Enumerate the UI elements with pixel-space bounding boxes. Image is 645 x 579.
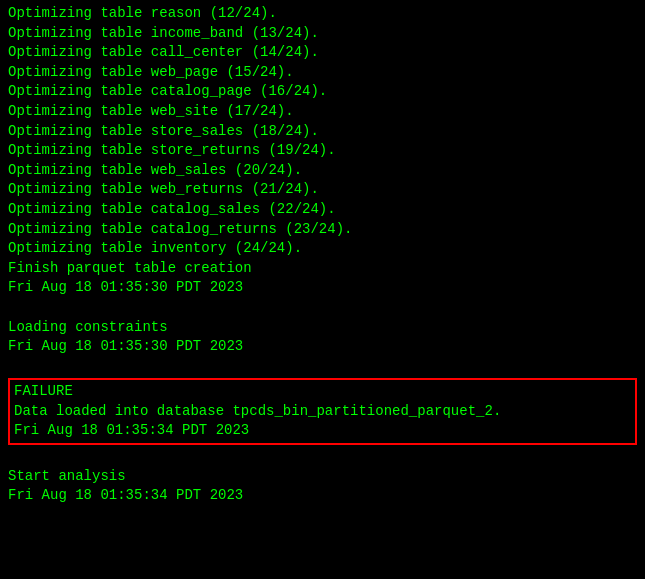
terminal-line: Start analysis bbox=[8, 467, 637, 487]
terminal-line: Optimizing table inventory (24/24). bbox=[8, 239, 637, 259]
terminal-line: Optimizing table reason (12/24). bbox=[8, 4, 637, 24]
terminal-line: Optimizing table web_sales (20/24). bbox=[8, 161, 637, 181]
terminal-line: Optimizing table catalog_returns (23/24)… bbox=[8, 220, 637, 240]
terminal-line: Fri Aug 18 01:35:30 PDT 2023 bbox=[8, 278, 637, 298]
terminal-line: Fri Aug 18 01:35:30 PDT 2023 bbox=[8, 337, 637, 357]
terminal-line: Finish parquet table creation bbox=[8, 259, 637, 279]
terminal-line: Optimizing table catalog_sales (22/24). bbox=[8, 200, 637, 220]
terminal-line: Optimizing table call_center (14/24). bbox=[8, 43, 637, 63]
failure-box: FAILURE Data loaded into database tpcds_… bbox=[8, 378, 637, 445]
terminal-line: Optimizing table web_page (15/24). bbox=[8, 63, 637, 83]
failure-line-3: Fri Aug 18 01:35:34 PDT 2023 bbox=[14, 421, 631, 441]
terminal-line: Loading constraints bbox=[8, 318, 637, 338]
terminal-line: Fri Aug 18 01:35:34 PDT 2023 bbox=[8, 486, 637, 506]
terminal-line: Optimizing table catalog_page (16/24). bbox=[8, 82, 637, 102]
terminal-line: Optimizing table income_band (13/24). bbox=[8, 24, 637, 44]
terminal-line: Optimizing table store_returns (19/24). bbox=[8, 141, 637, 161]
terminal-line: Optimizing table web_site (17/24). bbox=[8, 102, 637, 122]
blank-line bbox=[8, 357, 637, 377]
failure-line-2: Data loaded into database tpcds_bin_part… bbox=[14, 402, 631, 422]
terminal-line: Optimizing table store_sales (18/24). bbox=[8, 122, 637, 142]
failure-line-1: FAILURE bbox=[14, 382, 631, 402]
blank-line bbox=[8, 298, 637, 318]
blank-line bbox=[8, 447, 637, 467]
terminal-output: Optimizing table reason (12/24). Optimiz… bbox=[0, 0, 645, 579]
terminal-line: Optimizing table web_returns (21/24). bbox=[8, 180, 637, 200]
